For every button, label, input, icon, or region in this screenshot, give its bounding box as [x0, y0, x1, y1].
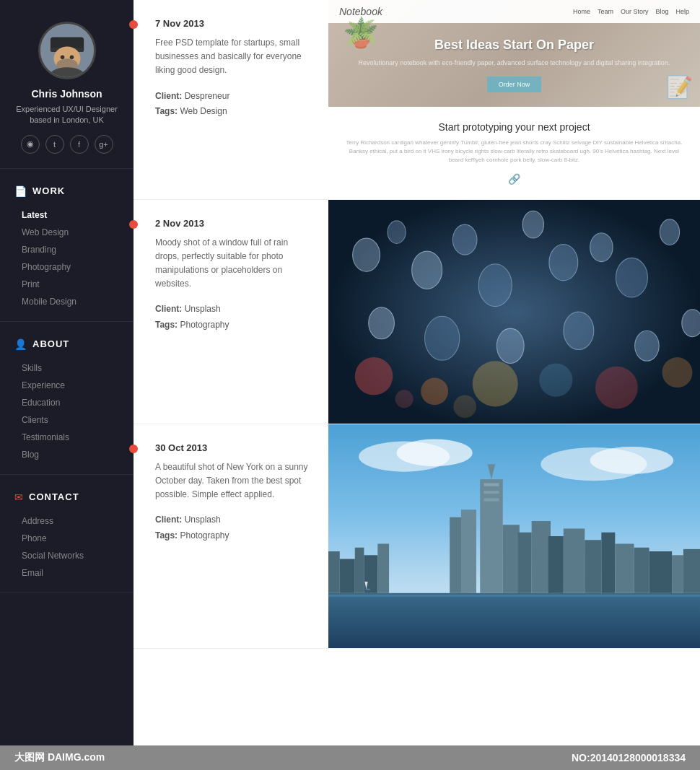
svg-point-37 — [590, 447, 674, 474]
svg-rect-38 — [328, 592, 700, 647]
sidebar-item-address[interactable]: Address — [0, 512, 134, 530]
svg-point-17 — [616, 258, 647, 297]
profile-name: Chris Johnson — [31, 88, 102, 100]
post-dot-3 — [129, 445, 138, 453]
post-left-2: 2 Nov 2013 Moody shot of a window full o… — [134, 200, 328, 424]
post-image-2 — [328, 200, 700, 424]
svg-point-24 — [682, 309, 700, 336]
svg-rect-63 — [683, 548, 700, 592]
post-image-1: Notebook Home Team Our Story Blog Help 🪴 — [328, 0, 700, 199]
post-desc-2: Moody shot of a window full of rain drop… — [155, 236, 314, 292]
svg-rect-47 — [484, 483, 499, 486]
nav-blog: Blog — [655, 8, 668, 15]
post-entry-2: 2 Nov 2013 Moody shot of a window full o… — [134, 200, 700, 424]
svg-rect-56 — [564, 528, 585, 592]
post-tags-label-2: Tags: — [155, 320, 178, 330]
sidebar-item-education[interactable]: Education — [0, 394, 134, 411]
svg-rect-55 — [548, 536, 564, 593]
work-section-header: 📄 WORK — [0, 180, 134, 203]
svg-rect-48 — [484, 491, 499, 494]
profile-section: Chris Johnson Experienced UX/UI Designer… — [0, 0, 134, 169]
notebook-hero-subtitle: Revolutionary notebook with eco-friendly… — [359, 58, 670, 68]
googleplus-icon[interactable]: g+ — [95, 135, 113, 154]
facebook-icon[interactable]: f — [70, 135, 89, 154]
nyc-image — [328, 424, 700, 648]
sidebar-item-mobile-design[interactable]: Mobile Design — [0, 293, 134, 310]
sidebar-item-email[interactable]: Email — [0, 564, 134, 582]
post-entry-3: 30 Oct 2013 A beautiful shot of New York… — [134, 424, 700, 649]
sidebar-item-social-networks[interactable]: Social Networks — [0, 547, 134, 564]
svg-point-32 — [453, 395, 476, 418]
svg-point-18 — [660, 219, 679, 245]
post-tags-1: Web Design — [180, 106, 227, 116]
notebook-hero-content: Best Ideas Start On Paper Revolutionary … — [359, 38, 670, 92]
svg-rect-62 — [672, 555, 683, 593]
post-dot-1 — [129, 20, 138, 29]
contact-section-header: ✉ CONTACT — [0, 486, 134, 509]
svg-point-10 — [388, 220, 406, 243]
svg-rect-39 — [328, 595, 700, 597]
notebook-order-btn[interactable]: Order Now — [487, 76, 542, 92]
notebook-nav-links: Home Team Our Story Blog Help — [573, 8, 689, 15]
svg-rect-42 — [355, 547, 364, 592]
post-dot-2 — [129, 220, 138, 229]
post-date-3: 30 Oct 2013 — [155, 442, 314, 453]
post-client-label-2: Client: — [155, 304, 182, 314]
sidebar-item-skills[interactable]: Skills — [0, 359, 134, 377]
about-section-title: ABOUT — [32, 338, 69, 349]
notebook-nav: Notebook Home Team Our Story Blog Help — [328, 0, 700, 23]
document-icon: 📄 — [14, 185, 27, 197]
svg-point-20 — [424, 316, 459, 360]
svg-point-29 — [595, 366, 638, 408]
post-entry-1: 7 Nov 2013 Free PSD template for startup… — [134, 0, 700, 200]
sidebar-item-branding[interactable]: Branding — [0, 241, 134, 258]
sidebar-item-web-design[interactable]: Web Design — [0, 224, 134, 241]
svg-point-35 — [397, 439, 473, 466]
svg-rect-60 — [634, 547, 649, 592]
sidebar-item-latest[interactable]: Latest — [0, 206, 134, 224]
social-icons: ◉ t f g+ — [21, 135, 113, 154]
post-meta-1: Client: Despreneur Tags: Web Design — [155, 89, 314, 120]
watermark-left: 大图网 DAIMG.com — [14, 751, 105, 764]
about-section: 👤 ABOUT Skills Experience Education Clie… — [0, 322, 134, 475]
svg-rect-51 — [461, 509, 476, 593]
notebook-link-icon: 🔗 — [343, 173, 686, 185]
svg-point-22 — [564, 312, 594, 350]
post-tags-label-3: Tags: — [155, 530, 178, 541]
svg-rect-41 — [340, 559, 355, 592]
work-section: 📄 WORK Latest Web Design Branding Photog… — [0, 169, 134, 322]
post-client-2: Unsplash — [185, 304, 221, 314]
sidebar-item-photography[interactable]: Photography — [0, 258, 134, 276]
post-desc-1: Free PSD template for startups, small bu… — [155, 36, 314, 78]
svg-rect-44 — [377, 543, 389, 592]
svg-point-13 — [478, 263, 512, 306]
post-tags-2: Photography — [180, 320, 229, 330]
sidebar-item-print[interactable]: Print — [0, 276, 134, 293]
post-client-label-1: Client: — [155, 91, 182, 101]
svg-rect-45 — [480, 479, 503, 593]
sidebar-item-phone[interactable]: Phone — [0, 530, 134, 547]
sidebar-item-testimonials[interactable]: Testimonials — [0, 429, 134, 446]
sidebar-item-clients[interactable]: Clients — [0, 411, 134, 429]
dribbble-icon[interactable]: ◉ — [21, 135, 40, 154]
twitter-icon[interactable]: t — [45, 135, 64, 154]
svg-rect-61 — [649, 551, 673, 593]
post-client-1: Despreneur — [185, 91, 230, 101]
svg-point-11 — [412, 251, 442, 289]
svg-rect-65 — [366, 588, 370, 590]
sidebar-item-blog[interactable]: Blog — [0, 446, 134, 463]
post-client-label-3: Client: — [155, 515, 182, 525]
svg-point-31 — [395, 390, 413, 408]
notebook-hero-title: Best Ideas Start On Paper — [359, 38, 670, 53]
post-client-3: Unsplash — [185, 515, 221, 525]
svg-rect-40 — [328, 551, 340, 593]
mail-icon: ✉ — [14, 491, 23, 503]
post-image-3 — [328, 424, 700, 648]
notebook-lower-text: Terry Richardson cardigan whatever gentr… — [343, 139, 686, 165]
svg-rect-59 — [615, 543, 634, 592]
post-desc-3: A beautiful shot of New York on a sunny … — [155, 460, 314, 502]
post-meta-3: Client: Unsplash Tags: Photography — [155, 512, 314, 543]
svg-point-21 — [496, 328, 524, 363]
sidebar-item-experience[interactable]: Experience — [0, 377, 134, 394]
watermark-right: NO:20140128000018334 — [572, 752, 686, 764]
